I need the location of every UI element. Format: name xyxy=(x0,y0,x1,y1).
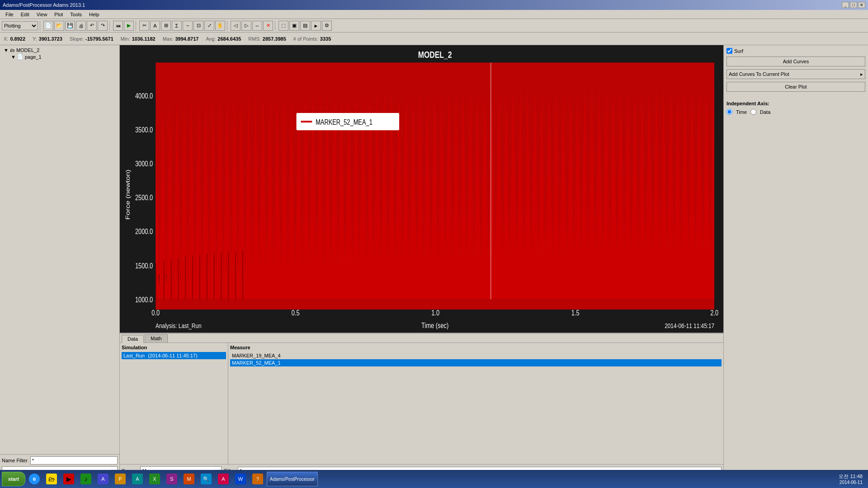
view3-btn[interactable]: ▤ xyxy=(300,21,310,31)
menu-plot[interactable]: Plot xyxy=(51,11,66,18)
font-btn[interactable]: A xyxy=(150,21,160,31)
zoom-in-btn[interactable]: ◁ xyxy=(231,21,241,31)
taskbar-app-10[interactable]: M xyxy=(181,472,197,486)
svg-text:Analysis:  Last_Run: Analysis: Last_Run xyxy=(156,322,201,329)
tab-math[interactable]: Math xyxy=(145,334,167,343)
save-btn[interactable]: 💾 xyxy=(65,21,75,31)
menu-view[interactable]: View xyxy=(33,11,51,18)
fit-btn[interactable]: ⤢ xyxy=(204,21,214,31)
taskbar-app-13[interactable]: W xyxy=(232,472,249,486)
toolbar-sep-1 xyxy=(40,21,42,31)
first-btn[interactable]: ⏮ xyxy=(113,21,123,31)
frame-btn[interactable]: ⊡ xyxy=(193,21,203,31)
taskbar-app-11[interactable]: 🔍 xyxy=(198,472,214,486)
taskbar-app-media[interactable]: ▶ xyxy=(61,472,77,486)
tab-data[interactable]: Data xyxy=(122,335,144,343)
taskbar-app-12[interactable]: A xyxy=(215,472,231,486)
add-curves-current-plot[interactable]: Add Curves To Current Plot ▸ xyxy=(726,69,865,79)
print-btn[interactable]: 🖨 xyxy=(76,21,86,31)
taskbar-app-music[interactable]: ♪ xyxy=(78,472,94,486)
measure-item-2[interactable]: MARKER_52_MEA_1 xyxy=(230,359,722,366)
view2-btn[interactable]: ▣ xyxy=(289,21,299,31)
menu-edit[interactable]: Edit xyxy=(17,11,33,18)
play-btn[interactable]: ▶ xyxy=(124,21,134,31)
bottom-content: Simulation Last_Run (2014-06-11 11:45:17… xyxy=(120,343,723,464)
view1-btn[interactable]: ⬚ xyxy=(278,21,288,31)
toolbar-sep-2 xyxy=(109,21,111,31)
settings-btn[interactable]: ⚙ xyxy=(322,21,332,31)
surf-row: Surf xyxy=(726,48,865,54)
taskbar-app-8[interactable]: X xyxy=(146,472,163,486)
svg-rect-22 xyxy=(228,252,229,300)
tree-label-page1: page_1 xyxy=(25,54,42,60)
zoom-out-btn[interactable]: ▷ xyxy=(241,21,251,31)
menu-help[interactable]: Help xyxy=(85,11,103,18)
svg-rect-24 xyxy=(242,250,243,299)
surf-checkbox[interactable] xyxy=(726,48,732,54)
tree-item-model2[interactable]: ▼ 🗁 MODEL_2 xyxy=(2,47,118,53)
sim-item-last-run[interactable]: Last_Run (2014-06-11 11:45:17) xyxy=(122,352,226,359)
tree-item-page1[interactable]: ▼ 📄 page_1 xyxy=(2,53,118,60)
redo-btn[interactable]: ↷ xyxy=(98,21,108,31)
page-icon: 📄 xyxy=(17,54,24,60)
svg-rect-17 xyxy=(192,256,193,300)
table-btn[interactable]: ⊞ xyxy=(161,21,171,31)
hand-btn[interactable]: ✋ xyxy=(215,21,225,31)
cut-btn[interactable]: ✂ xyxy=(139,21,149,31)
toolbar-sep-4 xyxy=(227,21,229,31)
menu-tools[interactable]: Tools xyxy=(66,11,85,18)
plotting-select[interactable]: Plotting xyxy=(2,21,38,30)
anim-btn[interactable]: ► xyxy=(311,21,321,31)
trig-btn[interactable]: ~ xyxy=(183,21,193,31)
menu-file[interactable]: File xyxy=(2,11,17,18)
taskbar-app-9[interactable]: S xyxy=(164,472,180,486)
sim-date: (2014-06-11 11:45:17) xyxy=(148,353,197,358)
measure-item-1[interactable]: MARKER_19_MEA_4 xyxy=(230,352,722,359)
svg-rect-14 xyxy=(171,259,172,299)
clear-plot-button[interactable]: Clear Plot xyxy=(726,82,865,92)
radio-data[interactable] xyxy=(750,109,756,115)
stop-btn[interactable]: ✕ xyxy=(263,21,273,31)
taskbar-active-window[interactable]: Adams/PostProcessor xyxy=(267,472,318,486)
bottom-tabs: Data Math xyxy=(120,333,723,343)
start-button[interactable]: start xyxy=(2,472,25,486)
svg-text:MODEL_2: MODEL_2 xyxy=(418,50,452,60)
stats-bar: X: 0.8922 Y: 3901.3723 Slope: -15795.567… xyxy=(0,33,868,45)
toolbar: Plotting 📄 📂 💾 🖨 ↶ ↷ ⏮ ▶ ✂ A ⊞ Σ ~ ⊡ ⤢ ✋… xyxy=(0,19,868,33)
svg-text:Time (sec): Time (sec) xyxy=(421,321,448,329)
taskbar-app-7[interactable]: A xyxy=(129,472,146,486)
measure-label: Measure xyxy=(230,345,722,350)
minimize-button[interactable]: _ xyxy=(842,2,849,8)
svg-text:Force (newton): Force (newton) xyxy=(124,169,131,220)
title-bar: Adams/PostProcessor Adams 2013.1 _ □ ✕ xyxy=(0,0,868,10)
expand-icon-page: ▼ xyxy=(11,54,16,60)
toolbar-sep-5 xyxy=(275,21,277,31)
sum-btn[interactable]: Σ xyxy=(172,21,182,31)
svg-rect-13 xyxy=(164,261,165,299)
radio-time[interactable] xyxy=(726,109,732,115)
tree-label-model2: MODEL_2 xyxy=(16,47,39,53)
name-filter-label: Name Filter xyxy=(2,458,28,463)
name-filter-input[interactable] xyxy=(30,456,118,465)
clock-date: 2014-06-11 xyxy=(839,480,863,485)
close-button[interactable]: ✕ xyxy=(858,2,865,8)
svg-rect-16 xyxy=(185,257,186,299)
app-title: Adams/PostProcessor Adams 2013.1 xyxy=(3,2,85,8)
stat-max: Max: 3994.8717 xyxy=(163,36,199,42)
taskbar-app-folder[interactable]: 🗁 xyxy=(43,472,60,486)
add-curves-button[interactable]: Add Curves xyxy=(726,56,865,66)
svg-text:2.0: 2.0 xyxy=(710,309,718,317)
undo-btn[interactable]: ↶ xyxy=(87,21,97,31)
maximize-button[interactable]: □ xyxy=(850,2,857,8)
chart-area[interactable]: 4000.0 3500.0 3000.0 2500.0 2000.0 1500.… xyxy=(120,45,723,333)
taskbar-app-14[interactable]: ? xyxy=(250,472,266,486)
taskbar-app-5[interactable]: A xyxy=(95,472,111,486)
taskbar-app-6[interactable]: P xyxy=(112,472,128,486)
measure-panel: Measure MARKER_19_MEA_4 MARKER_52_MEA_1 xyxy=(228,343,723,464)
independent-axis-label: Independent Axis: xyxy=(726,101,865,106)
pan-btn[interactable]: ↔ xyxy=(252,21,262,31)
svg-text:2500.0: 2500.0 xyxy=(135,194,153,202)
new-btn[interactable]: 📄 xyxy=(43,21,53,31)
taskbar-app-ie[interactable]: e xyxy=(26,472,42,486)
open-btn[interactable]: 📂 xyxy=(54,21,64,31)
